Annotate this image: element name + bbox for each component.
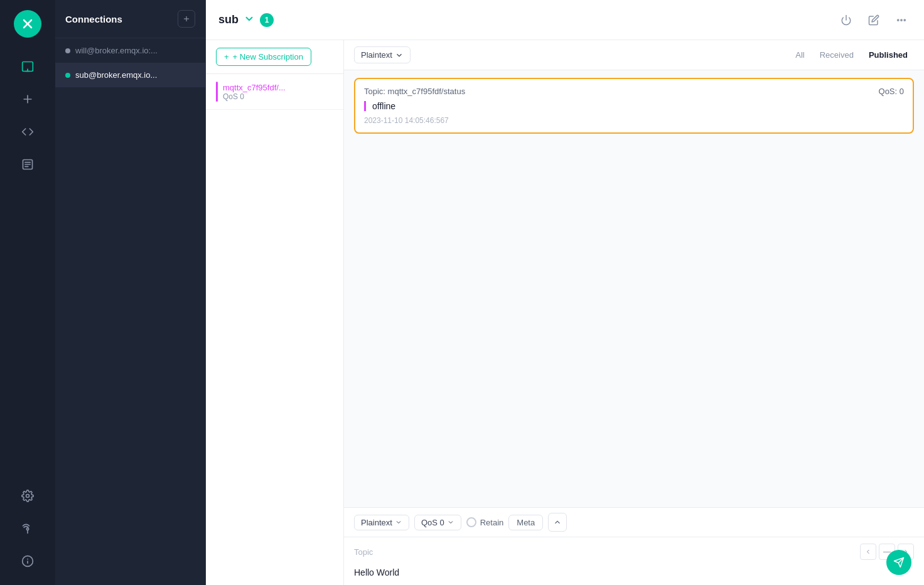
code-nav-icon[interactable] (14, 118, 41, 146)
chevron-down-icon (244, 13, 255, 27)
page-title: sub (218, 13, 239, 26)
filter-tabs: All Received Published (789, 48, 914, 62)
icon-bar (0, 0, 55, 585)
meta-button[interactable]: Meta (508, 515, 543, 530)
main-content: sub 1 (206, 0, 924, 585)
main-header: sub 1 (206, 0, 924, 40)
info-nav-icon[interactable] (14, 547, 41, 575)
message-input[interactable]: Hello World (354, 565, 914, 580)
expand-button[interactable] (548, 513, 567, 532)
message-topic-label: Topic: mqttx_c7f95fdf/status (364, 87, 465, 96)
more-options-button[interactable] (891, 10, 911, 30)
publish-input-area: Topic — (344, 537, 924, 585)
log-nav-icon[interactable] (14, 151, 41, 178)
messages-list: Topic: mqttx_c7f95fdf/status QoS: 0 offl… (344, 70, 924, 507)
send-icon (893, 557, 905, 568)
format-select-label: Plaintext (361, 50, 392, 60)
tab-all[interactable]: All (789, 48, 810, 62)
subscription-panel-header: + + New Subscription (206, 40, 343, 74)
message-toolbar: Plaintext All Received Published (344, 40, 924, 70)
message-area: Plaintext All Received Published Topic: (344, 40, 924, 585)
new-subscription-label: + New Subscription (233, 52, 303, 62)
connection-label: will@broker.emqx.io:... (75, 46, 158, 55)
subscription-item-left: mqttx_c7f95fdf/... QoS 0 (216, 82, 286, 102)
app-logo[interactable] (14, 10, 41, 38)
nav-back-icon (864, 548, 872, 555)
settings-nav-icon[interactable] (14, 482, 41, 510)
connection-status-dot-active (65, 73, 70, 78)
message-body: offline (364, 101, 904, 111)
add-nav-icon[interactable] (14, 85, 41, 113)
publish-qos-chevron (447, 518, 454, 526)
message-qos-label: QoS: 0 (879, 87, 904, 96)
tab-published[interactable]: Published (862, 48, 914, 62)
format-chevron-icon (395, 51, 404, 60)
header-actions (836, 10, 911, 30)
content-area: + + New Subscription mqttx_c7f95fdf/... … (206, 40, 924, 585)
publish-format-chevron (395, 518, 402, 526)
subscription-item[interactable]: mqttx_c7f95fdf/... QoS 0 (206, 74, 343, 110)
publish-format-select[interactable]: Plaintext (354, 515, 409, 530)
message-timestamp: 2023-11-10 14:05:46:567 (364, 116, 904, 125)
connection-badge: 1 (260, 13, 274, 27)
publish-qos-label: QoS 0 (421, 518, 444, 527)
format-select[interactable]: Plaintext (354, 46, 411, 63)
connections-nav-icon[interactable] (14, 53, 41, 80)
topic-row: Topic — (354, 544, 914, 560)
new-subscription-button[interactable]: + + New Subscription (216, 48, 311, 66)
sidebar-title: Connections (65, 14, 122, 24)
publish-qos-select[interactable]: QoS 0 (414, 515, 461, 530)
message-card-header: Topic: mqttx_c7f95fdf/status QoS: 0 (364, 87, 904, 96)
expand-icon (553, 518, 562, 527)
tab-received[interactable]: Received (814, 48, 860, 62)
retain-label: Retain (480, 518, 504, 527)
publish-area: Plaintext QoS 0 Retain (344, 507, 924, 585)
subscription-topic: mqttx_c7f95fdf/... (223, 83, 286, 92)
subscription-color-indicator (216, 82, 218, 102)
svg-point-18 (898, 19, 899, 20)
plus-icon: + (224, 52, 229, 62)
subscription-info: mqttx_c7f95fdf/... QoS 0 (223, 83, 286, 101)
message-card[interactable]: Topic: mqttx_c7f95fdf/status QoS: 0 offl… (354, 78, 914, 134)
retain-checkbox-label[interactable]: Retain (466, 517, 504, 527)
svg-point-20 (904, 19, 905, 20)
svg-point-9 (26, 495, 30, 498)
retain-checkbox[interactable] (466, 517, 476, 527)
publish-toolbar: Plaintext QoS 0 Retain (344, 508, 924, 537)
subscribe-nav-icon[interactable] (14, 515, 41, 542)
send-button[interactable] (886, 550, 911, 575)
connection-item-sub[interactable]: sub@broker.emqx.io... (55, 63, 205, 87)
power-button[interactable] (836, 10, 856, 30)
nav-back-button[interactable] (860, 544, 876, 560)
publish-format-label: Plaintext (361, 518, 392, 527)
connection-label-active: sub@broker.emqx.io... (75, 70, 157, 80)
sidebar: Connections will@broker.emqx.io:... sub@… (55, 0, 206, 585)
topic-label: Topic (354, 547, 373, 557)
sidebar-header: Connections (55, 0, 205, 38)
svg-point-19 (901, 19, 902, 20)
connection-status-dot (65, 48, 70, 53)
subscription-qos: QoS 0 (223, 92, 286, 101)
connection-item-will[interactable]: will@broker.emqx.io:... (55, 38, 205, 63)
subscription-panel: + + New Subscription mqttx_c7f95fdf/... … (206, 40, 344, 585)
edit-button[interactable] (864, 10, 884, 30)
add-connection-button[interactable] (178, 10, 195, 28)
